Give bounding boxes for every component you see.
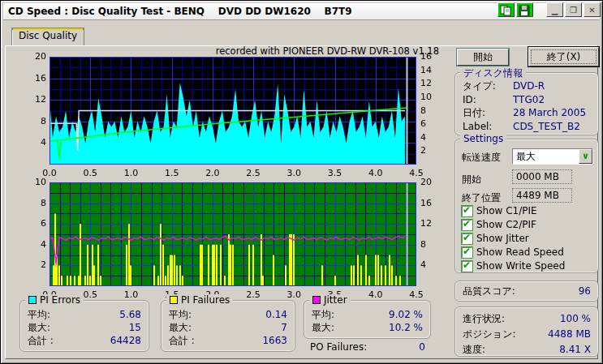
app-window: CD Speed : Disc Quality Test - BENQ DVD … xyxy=(0,0,603,364)
total-label: 合計 : xyxy=(169,334,195,347)
max-label: 最大: xyxy=(312,321,334,334)
show-c2-pif-checkbox[interactable]: ✔ Show C2/PIF xyxy=(462,219,536,230)
pi-errors-title: PI Errors xyxy=(40,294,80,306)
total-label: 合計 : xyxy=(28,334,54,347)
pi-errors-speed-chart xyxy=(50,57,416,165)
checkbox-label: Show C2/PIF xyxy=(476,219,536,230)
close-button[interactable]: ✕ xyxy=(584,2,601,17)
show-jitter-checkbox[interactable]: ✔ Show Jitter xyxy=(462,233,529,244)
active-tab-stripe xyxy=(12,28,84,30)
jitter-max: 10.2 % xyxy=(389,321,423,334)
po-failures-label: PO Failures: xyxy=(310,341,367,353)
speed-value: 8.41 X xyxy=(559,343,591,356)
chart-recorded-with-label: recorded with PIONEER DVD-RW DVR-108 v1.… xyxy=(196,45,439,57)
pi-failures-title: PI Failures xyxy=(181,294,230,306)
pi-errors-groupbox: PI Errors 平均:5.68 最大:15 合計 :64428 xyxy=(19,300,149,352)
position-value: 4488 MB xyxy=(548,328,591,340)
jitter-avg: 9.02 % xyxy=(389,308,423,321)
jitter-swatch xyxy=(312,296,321,304)
jitter-title: Jitter xyxy=(324,294,347,306)
pi-errors-max: 15 xyxy=(129,321,141,334)
disc-type-value: DVD-R xyxy=(513,79,545,93)
checkbox-label: Show Read Speed xyxy=(476,246,564,258)
transfer-speed-select[interactable]: 最大 ∨ xyxy=(512,148,593,165)
speed-label: 速度: xyxy=(463,343,485,356)
jitter-groupbox: Jitter 平均:9.02 % 最大:10.2 % xyxy=(304,300,431,339)
checkbox-checked-icon: ✔ xyxy=(462,220,472,230)
disc-date-value: 28 March 2005 xyxy=(513,106,586,120)
tab-label: Disc Quality xyxy=(19,30,77,41)
pi-errors-avg: 5.68 xyxy=(119,308,141,321)
quality-score-groupbox: 品質スコア:96 xyxy=(454,280,599,302)
disc-label-value: CDS_TEST_B2 xyxy=(513,120,580,134)
settings-title: Settings xyxy=(460,133,506,144)
avg-label: 平均: xyxy=(28,308,50,321)
max-label: 最大: xyxy=(169,321,192,334)
pi-failures-jitter-chart xyxy=(50,182,416,286)
floppy-disk-icon xyxy=(519,5,531,16)
window-title: CD Speed : Disc Quality Test - BENQ DVD … xyxy=(8,6,352,17)
avg-label: 平均: xyxy=(312,308,334,321)
max-label: 最大: xyxy=(28,321,50,334)
stop-button[interactable]: 終了(X) xyxy=(528,47,599,66)
progress-label: 進行状況: xyxy=(463,312,505,325)
pi-errors-total: 64428 xyxy=(110,334,141,347)
pi-errors-swatch xyxy=(28,296,37,304)
position-label: ポジション: xyxy=(463,328,515,340)
copy-pages-icon xyxy=(500,5,512,16)
end-position-field[interactable]: 4489 MB xyxy=(512,188,572,203)
checkbox-label: Show Write Speed xyxy=(476,260,565,272)
quality-score-label: 品質スコア: xyxy=(463,285,515,298)
maximize-button[interactable]: ❐ xyxy=(565,2,582,17)
show-c1-pie-checkbox[interactable]: ✔ Show C1/PIE xyxy=(462,205,537,216)
progress-groupbox: 進行状況:100 % ポジション:4488 MB 速度:8.41 X xyxy=(454,306,599,357)
minimize-button[interactable]: ▁ xyxy=(546,2,563,17)
disc-info-title: ディスク情報 xyxy=(460,66,526,80)
disc-id-label: ID: xyxy=(463,93,513,107)
show-read-speed-checkbox[interactable]: ✔ Show Read Speed xyxy=(462,246,564,258)
disc-label-label: Label: xyxy=(463,120,513,134)
pi-failures-avg: 0.14 xyxy=(265,308,287,321)
end-position-label: 終了位置 xyxy=(462,191,501,205)
disc-date-label: 日付: xyxy=(463,106,513,120)
checkbox-checked-icon: ✔ xyxy=(462,206,472,216)
pi-failures-groupbox: PI Failures 平均:0.14 最大:7 合計 :1663 xyxy=(161,300,295,352)
po-failures-value: 0 xyxy=(419,341,425,353)
pi-failures-total: 1663 xyxy=(262,334,287,347)
checkbox-checked-icon: ✔ xyxy=(462,233,472,244)
progress-value: 100 % xyxy=(560,312,591,325)
start-position-field[interactable]: 0000 MB xyxy=(512,169,572,184)
disc-type-label: タイプ: xyxy=(463,79,513,93)
pi-failures-max: 7 xyxy=(281,321,287,334)
save-icon[interactable] xyxy=(516,2,533,17)
transfer-speed-label: 転送速度 xyxy=(462,151,501,165)
copy-icon[interactable] xyxy=(497,2,515,17)
disc-info-groupbox: ディスク情報 タイプ:DVD-R ID:TTG02 日付:28 March 20… xyxy=(454,72,599,135)
transfer-speed-value: 最大 xyxy=(513,150,579,164)
pi-failures-swatch xyxy=(170,296,178,304)
checkbox-checked-icon: ✔ xyxy=(462,261,472,272)
start-button[interactable]: 開始 xyxy=(457,49,509,66)
checkbox-label: Show C1/PIE xyxy=(476,205,537,216)
chevron-down-icon[interactable]: ∨ xyxy=(579,149,592,164)
focus-rect xyxy=(531,49,597,64)
disc-id-value: TTG02 xyxy=(513,93,545,107)
quality-score-value: 96 xyxy=(579,285,591,298)
po-failures-row: PO Failures: 0 xyxy=(310,341,425,353)
checkbox-checked-icon: ✔ xyxy=(462,247,472,258)
show-write-speed-checkbox[interactable]: ✔ Show Write Speed xyxy=(462,260,565,272)
checkbox-label: Show Jitter xyxy=(476,233,529,244)
tab-disc-quality[interactable]: Disc Quality xyxy=(11,28,84,45)
start-position-label: 開始 xyxy=(462,173,481,186)
avg-label: 平均: xyxy=(169,308,192,321)
